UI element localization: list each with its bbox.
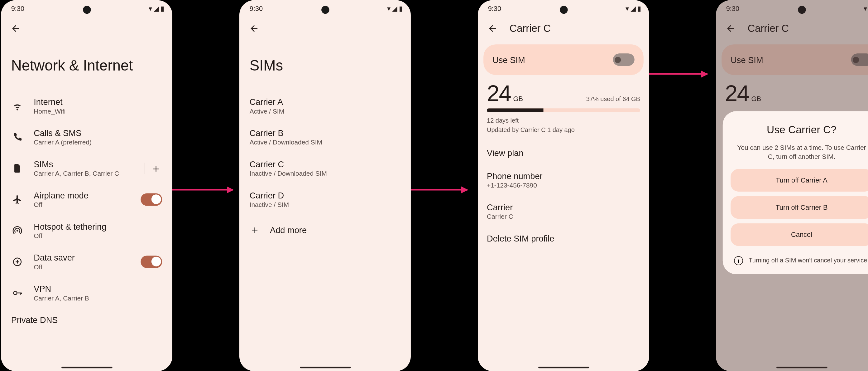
row-airplane[interactable]: Airplane modeOff [1,183,173,215]
dialog-title: Use Carrier C? [731,123,868,136]
dialog-note: i Turning off a SIM won't cancel your se… [731,251,868,265]
row-title: Internet [34,97,162,106]
item-sub: +1-123-456-7890 [487,182,640,189]
sim-status: Inactive / SIM [250,201,401,208]
back-button[interactable] [723,20,739,36]
data-unit: GB [751,94,761,102]
row-sub: Carrier A (preferred) [34,139,162,146]
hotspot-icon [11,224,24,236]
back-button[interactable] [485,20,500,36]
row-sub: Home_Wifi [34,108,162,115]
cancel-button[interactable]: Cancel [731,223,868,246]
page-title: SIMs [239,42,411,90]
row-sub: Carrier A, Carrier B, Carrier C [34,170,134,177]
camera-punchhole [321,6,329,13]
status-time: 9:30 [488,5,501,12]
use-sim-toggle[interactable] [851,53,868,66]
svg-point-2 [13,291,17,294]
row-hotspot[interactable]: Hotspot & tetheringOff [1,215,173,246]
back-arrow-icon [249,23,259,34]
datasaver-icon [11,255,24,268]
add-sim-button[interactable]: ＋ [150,162,162,174]
camera-punchhole [83,6,90,13]
row-sims[interactable]: SIMsCarrier A, Carrier B, Carrier C ＋ [1,152,173,183]
view-plan-item[interactable]: View plan [478,141,649,164]
info-icon: i [734,256,743,265]
use-carrier-dialog: Use Carrier C? You can use 2 SIMs at a t… [723,111,868,274]
camera-punchhole [798,6,805,13]
battery-status-icon: ▮ [399,5,403,12]
back-button[interactable] [246,20,262,36]
gesture-bar [61,366,112,368]
row-private-dns[interactable]: Private DNS [1,308,173,324]
carrier-item[interactable]: CarrierCarrier C [478,195,649,227]
turn-off-carrier-b-button[interactable]: Turn off Carrier B [731,196,868,219]
row-vpn[interactable]: VPNCarrier A, Carrier B [1,277,173,308]
vpn-key-icon [11,286,24,299]
wifi-status-icon: ▾ [149,5,152,12]
sim-item-carrier-d[interactable]: Carrier DInactive / SIM [239,183,411,215]
phone-number-item[interactable]: Phone number+1-123-456-7890 [478,164,649,195]
row-title: Airplane mode [34,190,130,200]
sim-item-carrier-c[interactable]: Carrier CInactive / Downloaded SIM [239,152,411,183]
data-usage-block: 24GB [716,79,868,113]
add-more-button[interactable]: ＋ Add more [239,215,411,244]
use-sim-label: Use SIM [731,55,763,64]
data-pct: 37% used of 64 GB [586,95,640,102]
wifi-status-icon: ▾ [387,5,391,12]
status-time: 9:30 [250,5,263,12]
svg-point-0 [17,229,18,231]
data-unit: GB [513,94,523,102]
phone-screen-sims: 9:30 ▾◢▮ SIMs Carrier AActive / SIM Carr… [239,0,411,371]
battery-status-icon: ▮ [638,5,642,12]
flow-arrow-1 [168,189,233,191]
page-title: Network & Internet [1,42,173,90]
status-bar: 9:30 ▾◢▮ [716,0,868,15]
sim-status: Active / SIM [250,108,401,115]
wifi-status-icon: ▾ [625,5,629,12]
phone-screen-carrier-detail: 9:30 ▾◢▮ Carrier C Use SIM 24GB 37% used… [478,0,649,371]
use-sim-label: Use SIM [492,55,525,64]
toolbar-title: Carrier C [509,23,551,34]
phone-screen-network: 9:30 ▾ ◢ ▮ Network & Internet InternetHo… [1,0,173,371]
datasaver-toggle[interactable] [141,255,162,268]
item-title: View plan [487,148,640,158]
item-title: Delete SIM profile [487,233,640,243]
use-sim-card: Use SIM [721,44,868,75]
add-more-label: Add more [270,225,307,234]
signal-status-icon: ◢ [154,5,159,12]
sim-name: Carrier B [250,128,401,138]
phone-icon [11,131,24,143]
sim-name: Carrier A [250,97,401,106]
sim-status: Inactive / Downloaded SIM [250,170,401,177]
wifi-status-icon: ▾ [864,5,867,12]
turn-off-carrier-a-button[interactable]: Turn off Carrier A [731,169,868,192]
sim-status: Active / Downloaded SIM [250,139,401,146]
airplane-toggle[interactable] [141,193,162,205]
row-datasaver[interactable]: Data saverOff [1,246,173,277]
row-title: Calls & SMS [34,128,162,138]
row-calls-sms[interactable]: Calls & SMSCarrier A (preferred) [1,121,173,152]
row-title: SIMs [34,159,134,169]
row-internet[interactable]: InternetHome_Wifi [1,90,173,121]
sim-item-carrier-b[interactable]: Carrier BActive / Downloaded SIM [239,121,411,152]
status-time: 9:30 [11,5,24,12]
status-time: 9:30 [726,5,739,12]
sim-item-carrier-a[interactable]: Carrier AActive / SIM [239,90,411,121]
data-amount: 24 [487,81,511,106]
use-sim-toggle[interactable] [613,53,634,66]
item-sub: Carrier C [487,213,640,220]
item-title: Phone number [487,171,640,181]
data-usage-block: 24GB 37% used of 64 GB 12 days left Upda… [478,79,649,141]
camera-punchhole [559,6,567,13]
usage-bar [487,108,640,112]
data-amount: 24 [725,81,749,106]
gesture-bar [538,366,589,368]
row-sub: Off [34,232,162,239]
dialog-desc: You can use 2 SIMs at a time. To use Car… [731,143,868,169]
toolbar-title: Carrier C [748,23,789,34]
back-button[interactable] [8,20,24,36]
days-left: 12 days left [487,115,640,125]
delete-sim-item[interactable]: Delete SIM profile [478,227,649,250]
sim-name: Carrier C [250,159,401,169]
